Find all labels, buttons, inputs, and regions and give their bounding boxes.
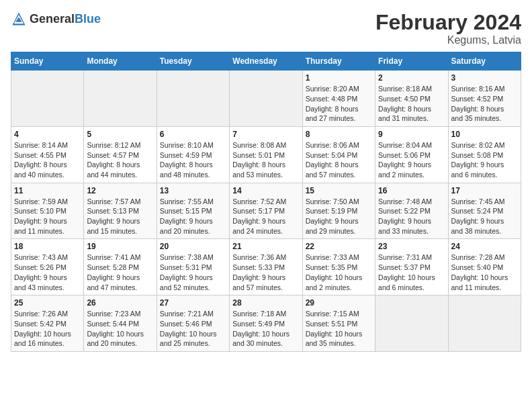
day-number: 22 (306, 242, 372, 251)
calendar-cell (375, 295, 448, 352)
day-info: Sunrise: 7:28 AM Sunset: 5:40 PM Dayligh… (451, 253, 518, 292)
day-info: Sunrise: 7:15 AM Sunset: 5:51 PM Dayligh… (306, 309, 372, 349)
calendar-cell: 25Sunrise: 7:26 AM Sunset: 5:42 PM Dayli… (11, 295, 84, 352)
day-number: 24 (451, 242, 518, 251)
calendar-cell: 29Sunrise: 7:15 AM Sunset: 5:51 PM Dayli… (302, 295, 375, 352)
day-info: Sunrise: 7:33 AM Sunset: 5:35 PM Dayligh… (306, 253, 372, 292)
calendar-cell (448, 295, 521, 352)
day-info: Sunrise: 7:57 AM Sunset: 5:13 PM Dayligh… (87, 197, 153, 236)
day-number: 6 (160, 130, 226, 139)
day-info: Sunrise: 8:10 AM Sunset: 4:59 PM Dayligh… (160, 140, 226, 180)
day-number: 8 (306, 130, 372, 139)
day-number: 25 (14, 298, 81, 308)
day-number: 4 (14, 130, 81, 139)
day-header-saturday: Saturday (448, 52, 521, 71)
calendar-cell: 22Sunrise: 7:33 AM Sunset: 5:35 PM Dayli… (302, 239, 375, 295)
calendar-cell: 27Sunrise: 7:21 AM Sunset: 5:46 PM Dayli… (157, 295, 229, 352)
calendar-cell: 2Sunrise: 8:18 AM Sunset: 4:50 PM Daylig… (375, 71, 448, 127)
week-row-2: 4Sunrise: 8:14 AM Sunset: 4:55 PM Daylig… (11, 126, 521, 183)
day-number: 13 (160, 186, 226, 195)
day-info: Sunrise: 8:12 AM Sunset: 4:57 PM Dayligh… (87, 140, 153, 180)
calendar-cell: 12Sunrise: 7:57 AM Sunset: 5:13 PM Dayli… (84, 183, 157, 239)
day-number: 26 (87, 298, 153, 308)
day-info: Sunrise: 8:20 AM Sunset: 4:48 PM Dayligh… (306, 84, 372, 124)
day-number: 27 (160, 298, 226, 308)
title-block: February 2024 Kegums, Latvia (375, 11, 521, 46)
week-row-5: 25Sunrise: 7:26 AM Sunset: 5:42 PM Dayli… (11, 295, 521, 352)
day-info: Sunrise: 7:45 AM Sunset: 5:24 PM Dayligh… (451, 197, 518, 236)
page-subtitle: Kegums, Latvia (375, 34, 521, 46)
day-info: Sunrise: 7:55 AM Sunset: 5:15 PM Dayligh… (160, 197, 226, 236)
day-number: 18 (14, 242, 81, 251)
day-info: Sunrise: 8:18 AM Sunset: 4:50 PM Dayligh… (378, 84, 445, 124)
day-header-thursday: Thursday (302, 52, 375, 71)
calendar-cell (230, 71, 302, 127)
day-number: 1 (306, 73, 372, 83)
day-number: 10 (451, 130, 518, 139)
day-number: 23 (378, 242, 445, 251)
calendar-cell: 21Sunrise: 7:36 AM Sunset: 5:33 PM Dayli… (230, 239, 302, 295)
logo: GeneralBlue (11, 11, 101, 27)
day-number: 5 (87, 130, 153, 139)
day-info: Sunrise: 7:31 AM Sunset: 5:37 PM Dayligh… (378, 253, 445, 292)
day-info: Sunrise: 7:26 AM Sunset: 5:42 PM Dayligh… (14, 309, 81, 349)
calendar-cell: 6Sunrise: 8:10 AM Sunset: 4:59 PM Daylig… (157, 126, 229, 183)
calendar-cell: 28Sunrise: 7:18 AM Sunset: 5:49 PM Dayli… (230, 295, 302, 352)
day-info: Sunrise: 8:04 AM Sunset: 5:06 PM Dayligh… (378, 140, 445, 180)
calendar-cell: 16Sunrise: 7:48 AM Sunset: 5:22 PM Dayli… (375, 183, 448, 239)
day-info: Sunrise: 7:52 AM Sunset: 5:17 PM Dayligh… (232, 197, 299, 236)
day-info: Sunrise: 8:16 AM Sunset: 4:52 PM Dayligh… (451, 84, 518, 124)
day-info: Sunrise: 7:59 AM Sunset: 5:10 PM Dayligh… (14, 197, 81, 236)
day-info: Sunrise: 7:41 AM Sunset: 5:28 PM Dayligh… (87, 253, 153, 292)
day-number: 16 (378, 186, 445, 195)
day-header-wednesday: Wednesday (230, 52, 302, 71)
calendar-cell (11, 71, 84, 127)
day-number: 17 (451, 186, 518, 195)
calendar-table: SundayMondayTuesdayWednesdayThursdayFrid… (11, 52, 521, 352)
day-header-monday: Monday (84, 52, 157, 71)
day-number: 19 (87, 242, 153, 251)
calendar-cell: 1Sunrise: 8:20 AM Sunset: 4:48 PM Daylig… (302, 71, 375, 127)
calendar-cell: 24Sunrise: 7:28 AM Sunset: 5:40 PM Dayli… (448, 239, 521, 295)
day-info: Sunrise: 8:02 AM Sunset: 5:08 PM Dayligh… (451, 140, 518, 180)
day-info: Sunrise: 7:21 AM Sunset: 5:46 PM Dayligh… (160, 309, 226, 349)
calendar-cell: 26Sunrise: 7:23 AM Sunset: 5:44 PM Dayli… (84, 295, 157, 352)
day-info: Sunrise: 8:08 AM Sunset: 5:01 PM Dayligh… (232, 140, 299, 180)
calendar-cell: 10Sunrise: 8:02 AM Sunset: 5:08 PM Dayli… (448, 126, 521, 183)
day-number: 15 (306, 186, 372, 195)
calendar-cell: 7Sunrise: 8:08 AM Sunset: 5:01 PM Daylig… (230, 126, 302, 183)
logo-blue: Blue (75, 13, 101, 25)
page-title: February 2024 (375, 11, 521, 34)
day-number: 2 (378, 73, 445, 83)
day-number: 7 (232, 130, 299, 139)
calendar-cell: 15Sunrise: 7:50 AM Sunset: 5:19 PM Dayli… (302, 183, 375, 239)
day-info: Sunrise: 8:14 AM Sunset: 4:55 PM Dayligh… (14, 140, 81, 180)
calendar-cell: 4Sunrise: 8:14 AM Sunset: 4:55 PM Daylig… (11, 126, 84, 183)
calendar-cell: 18Sunrise: 7:43 AM Sunset: 5:26 PM Dayli… (11, 239, 84, 295)
day-number: 12 (87, 186, 153, 195)
calendar-cell: 23Sunrise: 7:31 AM Sunset: 5:37 PM Dayli… (375, 239, 448, 295)
day-number: 28 (232, 298, 299, 308)
calendar-cell (157, 71, 229, 127)
calendar-cell: 9Sunrise: 8:04 AM Sunset: 5:06 PM Daylig… (375, 126, 448, 183)
day-info: Sunrise: 7:43 AM Sunset: 5:26 PM Dayligh… (14, 253, 81, 292)
calendar-cell: 17Sunrise: 7:45 AM Sunset: 5:24 PM Dayli… (448, 183, 521, 239)
calendar-cell: 3Sunrise: 8:16 AM Sunset: 4:52 PM Daylig… (448, 71, 521, 127)
week-row-1: 1Sunrise: 8:20 AM Sunset: 4:48 PM Daylig… (11, 71, 521, 127)
day-info: Sunrise: 7:50 AM Sunset: 5:19 PM Dayligh… (306, 197, 372, 236)
day-header-sunday: Sunday (11, 52, 84, 71)
day-number: 21 (232, 242, 299, 251)
day-info: Sunrise: 7:48 AM Sunset: 5:22 PM Dayligh… (378, 197, 445, 236)
logo-general: General (30, 13, 75, 25)
calendar-cell: 11Sunrise: 7:59 AM Sunset: 5:10 PM Dayli… (11, 183, 84, 239)
day-info: Sunrise: 7:18 AM Sunset: 5:49 PM Dayligh… (232, 309, 299, 349)
day-number: 20 (160, 242, 226, 251)
day-info: Sunrise: 7:36 AM Sunset: 5:33 PM Dayligh… (232, 253, 299, 292)
calendar-cell: 13Sunrise: 7:55 AM Sunset: 5:15 PM Dayli… (157, 183, 229, 239)
day-number: 29 (306, 298, 372, 308)
calendar-cell: 8Sunrise: 8:06 AM Sunset: 5:04 PM Daylig… (302, 126, 375, 183)
week-row-3: 11Sunrise: 7:59 AM Sunset: 5:10 PM Dayli… (11, 183, 521, 239)
page-header: GeneralBlue February 2024 Kegums, Latvia (11, 11, 521, 46)
calendar-body: 1Sunrise: 8:20 AM Sunset: 4:48 PM Daylig… (11, 71, 521, 352)
calendar-cell: 5Sunrise: 8:12 AM Sunset: 4:57 PM Daylig… (84, 126, 157, 183)
